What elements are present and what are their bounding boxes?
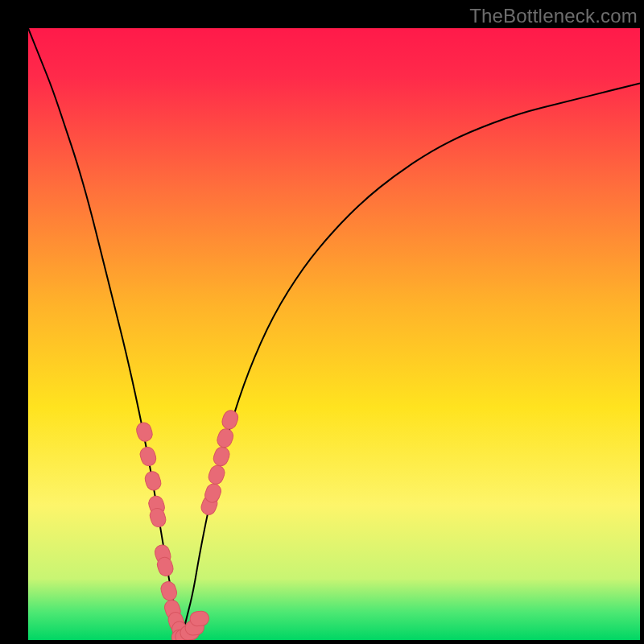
chart-svg [28, 28, 640, 640]
gradient-background [28, 28, 640, 640]
chart-frame: TheBottleneck.com [0, 0, 644, 644]
data-marker [189, 610, 209, 626]
watermark-text: TheBottleneck.com [469, 5, 638, 27]
plot-area [28, 28, 640, 640]
